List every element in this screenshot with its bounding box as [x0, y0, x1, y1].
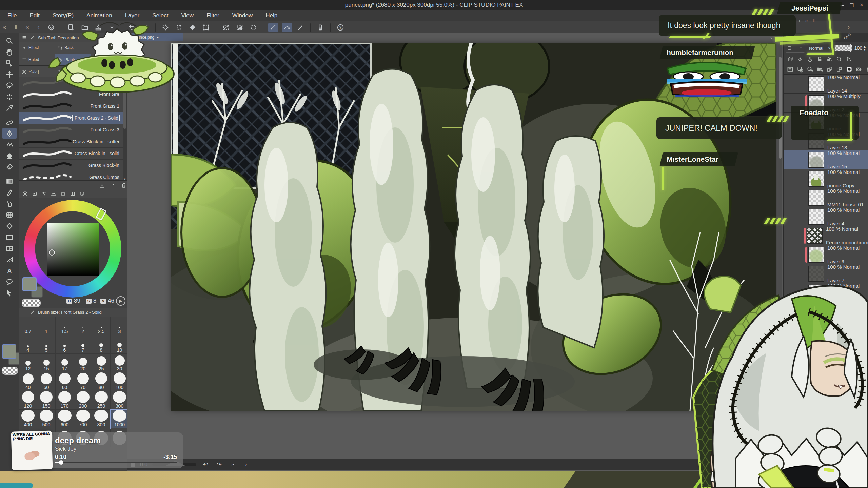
maximize-button[interactable]: □	[850, 2, 854, 9]
rect-dash-icon[interactable]	[221, 23, 231, 32]
brush-size-cell[interactable]: 30	[111, 354, 127, 372]
finger-icon[interactable]	[807, 56, 813, 62]
layer-palette-mark[interactable]	[805, 171, 807, 187]
menu-item[interactable]: File	[7, 12, 17, 19]
layer-palette-mark[interactable]	[805, 152, 807, 168]
dock-collapse-icons[interactable]: « ‖ « ‹	[3, 24, 43, 31]
marker-icon[interactable]	[2, 117, 17, 128]
layer-type-dropdown[interactable]	[786, 44, 805, 53]
layer-row[interactable]: 100 % Normal punce Copy	[784, 169, 868, 188]
gradient-icon[interactable]	[2, 176, 17, 187]
layer-thumbnail[interactable]	[808, 152, 824, 168]
trash-icon[interactable]	[121, 182, 127, 188]
brush-size-cell[interactable]: 4	[19, 335, 37, 353]
pen-nib2-icon[interactable]	[2, 187, 17, 198]
snap-pen-icon[interactable]	[295, 23, 305, 32]
pen-nib-icon[interactable]	[2, 128, 17, 139]
sliders-icon[interactable]	[41, 191, 47, 197]
brush-size-cell[interactable]: 0.7	[19, 317, 37, 335]
layer-thumbnail[interactable]	[808, 171, 824, 187]
color-history-play-icon[interactable]: ▶	[116, 296, 125, 306]
import-icon[interactable]	[99, 182, 105, 188]
layer-thumbnail[interactable]	[807, 228, 823, 244]
brush-size-cell[interactable]: 1	[37, 317, 55, 335]
menu-item[interactable]: Help	[265, 12, 277, 19]
menu-icon[interactable]	[22, 309, 27, 315]
brush-item[interactable]: Front Grass 3	[19, 124, 123, 136]
brush-size-cell[interactable]: 80	[92, 372, 110, 391]
hand-icon[interactable]	[2, 46, 17, 58]
menu-item[interactable]: Filter	[206, 12, 219, 19]
brush-size-title-bar[interactable]: Brush size: Front Grass 2 - Solid	[19, 308, 127, 317]
spray-icon[interactable]	[2, 198, 17, 209]
close-button[interactable]: ×	[860, 2, 863, 9]
brush-size-cell[interactable]: 20	[74, 354, 92, 372]
brush-item[interactable]: Grass Block-in - softer	[19, 136, 123, 148]
duplicate-icon[interactable]	[110, 182, 116, 188]
brush-size-cell[interactable]: 2	[74, 317, 92, 335]
rect-dash-fill-icon[interactable]	[235, 23, 245, 32]
brush-size-cell[interactable]: 25	[92, 354, 110, 372]
saturation-value-square[interactable]	[47, 223, 99, 276]
sv-cursor[interactable]	[49, 249, 55, 256]
list-icon[interactable]	[787, 66, 793, 73]
brush-item[interactable]: Grass Clumps	[19, 171, 123, 180]
object-icon[interactable]	[2, 58, 17, 69]
balloon-icon[interactable]	[2, 276, 17, 287]
new-layer2-icon[interactable]	[807, 66, 813, 73]
clip-icon[interactable]	[787, 56, 793, 62]
menu-item[interactable]: Window	[232, 12, 253, 19]
brush-size-cell[interactable]: 12	[19, 354, 37, 372]
brush-size-cell[interactable]: 6	[56, 335, 74, 353]
wheel-tab-icon[interactable]	[22, 191, 28, 197]
layer-row[interactable]: 100 % Normal MM11-house 01	[784, 188, 868, 207]
brush-size-cell[interactable]: 60	[56, 372, 74, 391]
dock-collapse-right-icons[interactable]: › »	[848, 24, 868, 38]
brush-size-cell[interactable]: 7	[74, 335, 92, 353]
mask-circle-icon[interactable]	[846, 66, 852, 73]
grid-phone-icon[interactable]	[315, 23, 326, 32]
layer-row[interactable]: 100 % Normal Layer 15	[784, 150, 868, 169]
snap-ruler-icon[interactable]	[268, 23, 278, 32]
layer-palette-mark[interactable]	[804, 228, 806, 244]
eraser2-icon[interactable]	[2, 220, 17, 231]
layer-row[interactable]: 100 % Normal Layer 14	[784, 75, 868, 94]
menu-icon[interactable]	[22, 35, 27, 40]
brush-size-cell[interactable]: 1.5	[56, 317, 74, 335]
operate-icon[interactable]	[2, 287, 17, 299]
split-icon[interactable]	[2, 243, 17, 254]
command-icon[interactable]	[263, 23, 263, 32]
mesh-icon[interactable]	[2, 209, 17, 220]
new-layer-icon[interactable]	[797, 66, 803, 73]
tree-icon[interactable]	[797, 56, 803, 62]
brush-size-cell[interactable]: 5	[37, 335, 55, 353]
book-icon[interactable]	[70, 191, 75, 197]
tool-icon[interactable]	[4, 174, 15, 174]
brush-size-cell[interactable]: 10	[111, 335, 127, 353]
brush-size-cell[interactable]: 40	[19, 372, 37, 391]
paint-icon[interactable]	[2, 139, 17, 150]
command-icon[interactable]	[330, 23, 331, 32]
ruler-icon[interactable]	[2, 254, 17, 265]
filter-x-icon[interactable]	[836, 56, 843, 62]
lock-user-icon[interactable]	[826, 56, 833, 62]
brush-item[interactable]: Grass Block-in	[19, 160, 123, 171]
rect-round-icon[interactable]	[248, 23, 258, 32]
combine-icon[interactable]	[836, 66, 843, 73]
brush-size-cell[interactable]: 2.5	[92, 317, 110, 335]
card-icon[interactable]	[32, 191, 37, 197]
wheel-foreground-swatch[interactable]	[22, 277, 37, 291]
brush-size-cell[interactable]: 15	[37, 354, 55, 372]
color-wheel[interactable]	[24, 200, 121, 298]
transform-icon[interactable]	[201, 23, 211, 32]
layer-row[interactable]: 100 % Normal Layer 4	[784, 207, 868, 226]
foreground-color-swatch[interactable]	[2, 344, 16, 359]
transparent-color-swatch[interactable]	[2, 367, 18, 375]
frame-icon[interactable]	[2, 231, 17, 243]
layer-thumbnail[interactable]	[808, 76, 824, 92]
command-icon[interactable]	[216, 23, 216, 32]
eraser-icon[interactable]	[2, 161, 17, 172]
layer-row[interactable]: 100 % Normal Fence,monochrome	[784, 226, 868, 245]
brush-size-cell[interactable]: 100	[111, 372, 127, 391]
menu-item[interactable]: Edit	[29, 12, 39, 19]
